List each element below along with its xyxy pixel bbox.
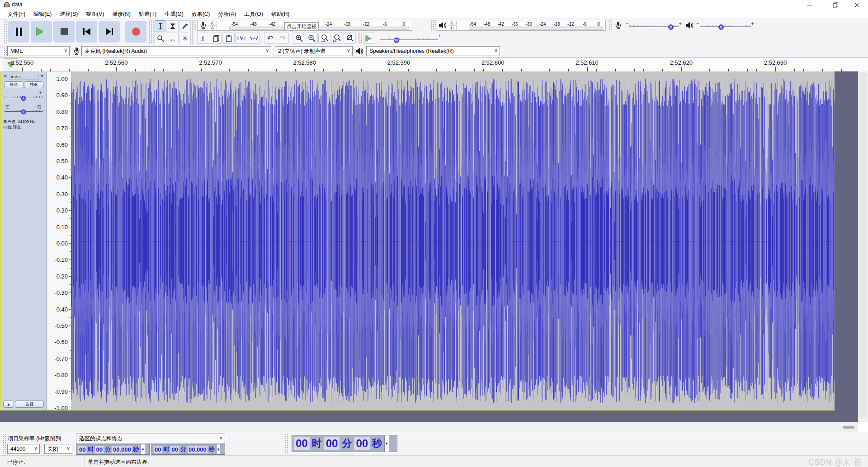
menu-item[interactable]: 视图(V) (82, 10, 108, 19)
time-digit-cell[interactable]: 00 (154, 446, 162, 453)
zoom-out-button[interactable] (306, 33, 318, 44)
time-format-dropdown-icon[interactable]: ▾ (141, 444, 145, 454)
record-meter-grip[interactable] (193, 20, 196, 31)
timeline-ruler[interactable]: 2:52.5502:52.5602:52.5702:52.5802:52.590… (0, 58, 868, 72)
cut-button[interactable]: ✂ (197, 33, 209, 44)
menu-item[interactable]: 分析(A) (214, 10, 240, 19)
copy-button[interactable] (210, 33, 222, 44)
playback-meter[interactable]: 左右 -54-48-42-36-30-24-18-12-60 (437, 20, 606, 31)
zoom-selection-button[interactable] (318, 33, 330, 44)
menu-item[interactable]: 文件(F) (4, 10, 29, 19)
audio-host-combo[interactable]: MME∨ (7, 46, 70, 56)
mixer-toolbar-grip[interactable] (609, 20, 612, 31)
pan-slider[interactable]: 左 右 (5, 106, 42, 113)
recording-volume-slider[interactable]: − + (629, 22, 678, 29)
time-toolbar-grip[interactable] (285, 434, 288, 454)
project-rate-combo[interactable]: 44100∨ (7, 444, 40, 454)
menu-item[interactable]: 帮助(H) (267, 10, 294, 19)
record-meter[interactable]: 左右 -54-48-42-36-30-24-18-12-60 点击开始监视 (197, 20, 412, 31)
zoom-fit-project-button[interactable] (331, 33, 343, 44)
play-at-speed-button[interactable] (363, 33, 375, 44)
play-at-speed-grip[interactable] (359, 33, 362, 44)
time-digit-cell[interactable]: 00 (324, 437, 340, 450)
stop-button[interactable] (53, 21, 75, 42)
selection-start-time[interactable]: 00时00分00.000秒▾ (76, 444, 150, 455)
playback-speed-slider[interactable]: − + (380, 34, 438, 42)
slider-tick (42, 110, 43, 111)
time-format-dropdown-icon[interactable]: ▾ (216, 444, 221, 454)
vertical-scrollbar-thumb[interactable] (860, 73, 867, 418)
track-menu-dropdown-icon[interactable]: ▼ (40, 74, 44, 78)
status-divider (766, 458, 766, 466)
time-digit-cell[interactable]: 00.000 (112, 446, 132, 453)
time-digit-cell[interactable]: 00 (78, 446, 86, 453)
time-digit-cell[interactable]: 00 (170, 446, 179, 453)
time-digit-cell[interactable]: 00 (354, 437, 370, 450)
zoom-toggle-button[interactable] (344, 33, 356, 44)
playback-meter-grip[interactable] (433, 20, 436, 31)
pause-button[interactable] (8, 21, 29, 42)
play-button[interactable] (31, 21, 52, 42)
time-digit-cell[interactable]: 00.000 (188, 446, 208, 453)
selection-toolbar-grip[interactable] (3, 434, 6, 454)
menu-item[interactable]: 播录(N) (108, 10, 135, 19)
device-toolbar-grip[interactable] (4, 46, 7, 56)
envelope-tool-button[interactable] (167, 20, 179, 32)
track-collapse-button[interactable]: ▲ (3, 401, 14, 408)
zoom-in-button[interactable] (293, 33, 305, 44)
audio-position-time[interactable]: 00时00分00秒▾ (292, 435, 397, 452)
menu-item[interactable]: 效果(C) (188, 10, 214, 19)
menu-item[interactable]: 轨道(T) (135, 10, 160, 19)
horizontal-scrollbar-thumb[interactable] (843, 426, 854, 429)
multi-tool-button[interactable]: ✳ (179, 33, 191, 44)
zoom-tool-button[interactable] (155, 33, 166, 44)
menu-item[interactable]: 工具(O) (240, 10, 267, 19)
waveform[interactable] (71, 72, 835, 410)
gain-slider[interactable]: − + (5, 92, 42, 99)
selection-range-combo[interactable]: 选区的起点和终点∨ (76, 434, 225, 443)
restore-icon (833, 2, 838, 8)
paste-button[interactable] (222, 33, 235, 44)
ibeam-icon (157, 23, 164, 30)
time-format-dropdown-icon[interactable]: ▾ (384, 435, 389, 452)
trim-audio-button[interactable] (235, 33, 247, 44)
meter-scale-tick (501, 22, 501, 23)
snap-to-combo[interactable]: 关闭∨ (44, 444, 72, 454)
vertical-ruler[interactable]: 1.000.900.800.700.600.500.400.300.200.10… (47, 72, 71, 410)
mute-button[interactable]: 静音 (4, 81, 24, 88)
recording-volume-thumb[interactable] (668, 24, 674, 30)
close-button[interactable] (847, 0, 868, 10)
time-digit-cell[interactable]: 00 (294, 437, 310, 450)
selection-end-time[interactable]: 00时00分00.000秒▾ (151, 444, 225, 455)
undo-button[interactable]: ↶ (264, 33, 276, 44)
playback-device-combo[interactable]: Speakers/Headphones (Realtek(R)∨ (366, 46, 500, 56)
record-button[interactable] (125, 21, 146, 42)
restore-button[interactable] (825, 0, 846, 10)
vertical-ruler-label: 0.80 (57, 108, 68, 115)
track-name[interactable]: data (9, 74, 39, 80)
time-digit-cell[interactable]: 00 (95, 446, 103, 453)
silence-audio-button[interactable] (248, 33, 260, 44)
slider-tick (39, 96, 40, 98)
track-close-button[interactable]: ✕ (3, 74, 8, 79)
track-select-button[interactable]: 选择 (15, 401, 44, 408)
horizontal-scrollbar[interactable] (0, 422, 858, 432)
transport-toolbar-grip[interactable] (4, 20, 7, 44)
vertical-ruler-label: -0.10 (54, 256, 68, 263)
solo-button[interactable]: 独奏 (24, 81, 43, 88)
menu-item[interactable]: 编辑(E) (29, 10, 56, 19)
playback-volume-slider[interactable]: − + (700, 22, 750, 29)
draw-tool-button[interactable] (179, 20, 191, 32)
skip-to-start-button[interactable] (76, 21, 97, 42)
timeshift-tool-button[interactable]: ↔ (167, 33, 179, 44)
redo-button[interactable]: ↷ (277, 33, 289, 44)
vertical-scrollbar[interactable] (858, 71, 868, 422)
recording-device-combo[interactable]: 麦克风 (Realtek(R) Audio)∨ (81, 46, 271, 56)
menu-item[interactable]: 选择(S) (56, 10, 82, 19)
selection-tool-button[interactable] (155, 20, 166, 32)
tools-toolbar-grip[interactable] (151, 20, 154, 44)
recording-channels-combo[interactable]: 2 (立体声) 录制声道∨ (275, 46, 353, 56)
menu-item[interactable]: 生成(G) (160, 10, 187, 19)
minimize-button[interactable] (799, 0, 820, 10)
skip-to-end-button[interactable] (99, 21, 120, 42)
